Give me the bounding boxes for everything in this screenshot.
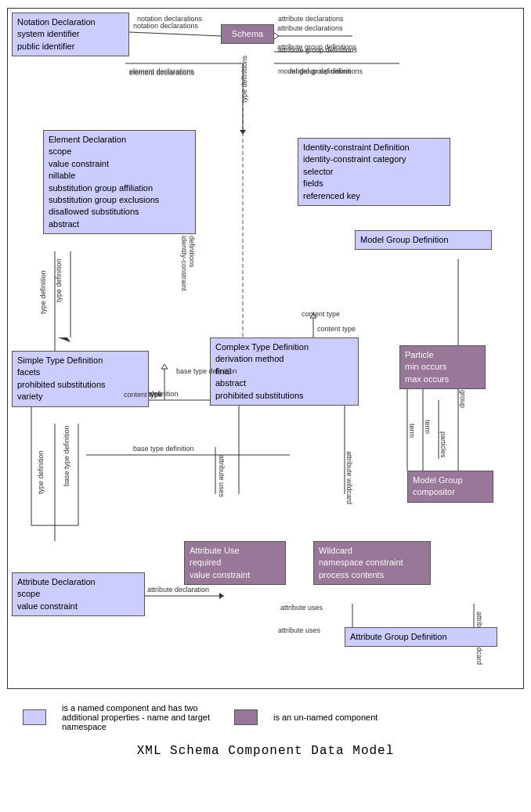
svg-text:type definitions: type definitions	[240, 55, 248, 103]
svg-marker-51	[219, 593, 224, 599]
svg-text:content type: content type	[317, 325, 356, 333]
attribute-group-definition-label: Attribute Group Definition	[350, 631, 492, 643]
attribute-use-box: Attribute Use required value constraint	[184, 541, 286, 585]
model-group-definition-label: Model Group Definition	[360, 234, 486, 246]
model-group-box: Model Group compositor	[407, 471, 493, 503]
label-attribute-group-definitions: attribute group definitions	[278, 46, 357, 54]
attribute-use-label: Attribute Use required value constraint	[190, 545, 280, 581]
attribute-group-definition-box: Attribute Group Definition	[345, 627, 497, 647]
svg-text:type definition: type definition	[37, 450, 45, 494]
svg-text:term: term	[408, 424, 416, 438]
svg-text:attribute wildcard: attribute wildcard	[345, 451, 353, 504]
element-declaration-box: Element Declaration scope value constrai…	[43, 130, 196, 234]
label-base-type-def: base type definition	[176, 367, 237, 375]
element-declaration-label: Element Declaration scope value constrai…	[49, 134, 190, 230]
model-group-definition-box: Model Group Definition	[355, 230, 492, 250]
svg-text:type definition: type definition	[39, 270, 47, 314]
legend-unnamed-box	[234, 709, 258, 725]
svg-text:attribute declarations: attribute declarations	[277, 24, 343, 32]
svg-text:attribute uses: attribute uses	[278, 626, 321, 634]
svg-line-0	[129, 32, 221, 36]
identity-constraint-label: Identity-constraint Definition identity-…	[303, 142, 445, 202]
svg-text:notation declarations: notation declarations	[133, 22, 199, 30]
svg-marker-36	[161, 364, 168, 369]
label-model-group-definitions: model group definitions	[278, 67, 351, 75]
label-content-type: content type	[124, 391, 162, 399]
svg-text:attribute declaration: attribute declaration	[147, 586, 209, 594]
schema-label: Schema	[226, 28, 269, 40]
notation-declaration-label: Notation Declaration system identifier p…	[17, 16, 124, 52]
label-notation-declarations: notation declarations	[137, 15, 202, 23]
schema-box: Schema	[221, 24, 274, 44]
svg-marker-22	[58, 337, 70, 342]
legend-area: is a named component and has two additio…	[7, 697, 524, 738]
svg-text:base type definition: base type definition	[63, 425, 70, 486]
diagram-area: notation declarations attribute declarat…	[7, 8, 524, 689]
attribute-declaration-label: Attribute Declaration scope value constr…	[17, 576, 139, 612]
wildcard-label: Wildcard namespace constraint process co…	[319, 545, 425, 581]
svg-text:type definition: type definition	[55, 258, 63, 302]
label-element-declarations: element declarations	[129, 67, 194, 75]
diagram-title: XML Schema Component Data Model	[7, 744, 524, 758]
svg-text:definitions: definitions	[188, 236, 196, 268]
label-content-type-top: content type	[302, 310, 340, 318]
identity-constraint-box: Identity-constraint Definition identity-…	[298, 138, 450, 206]
particle-box: Particle min occurs max occurs	[399, 345, 486, 389]
particle-label: Particle min occurs max occurs	[405, 349, 480, 385]
svg-text:identity-constraint: identity-constraint	[180, 236, 188, 291]
svg-text:particles: particles	[439, 431, 447, 458]
svg-marker-7	[240, 130, 246, 135]
label-attr-uses-to-group: attribute uses	[280, 604, 323, 612]
attribute-declaration-box: Attribute Declaration scope value constr…	[12, 572, 145, 616]
svg-text:term: term	[424, 420, 432, 434]
wildcard-box: Wildcard namespace constraint process co…	[313, 541, 431, 585]
label-attribute-declarations: attribute declarations	[278, 15, 344, 23]
model-group-label: Model Group compositor	[413, 475, 488, 499]
legend-named-text: is a named component and has two additio…	[62, 703, 219, 731]
notation-declaration-box: Notation Declaration system identifier p…	[12, 13, 129, 56]
svg-text:base type definition: base type definition	[133, 445, 194, 453]
legend-named-box	[23, 709, 46, 725]
legend-unnamed-text: is an un-named component	[273, 713, 377, 722]
svg-text:attribute uses: attribute uses	[218, 455, 226, 498]
